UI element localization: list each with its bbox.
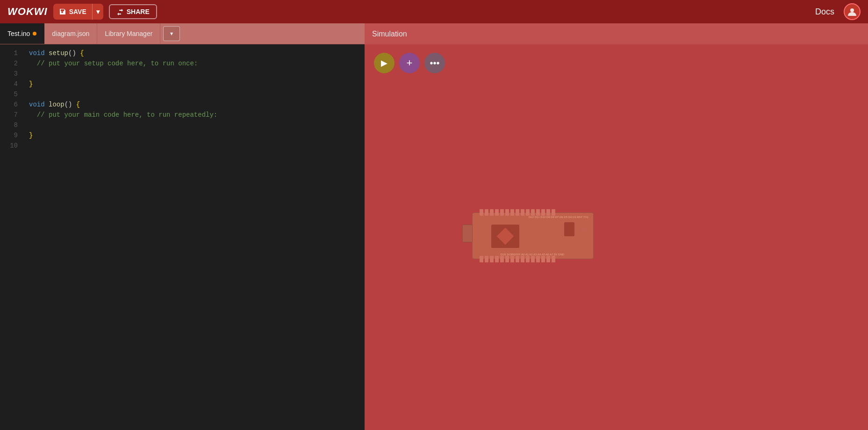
pin [485, 256, 488, 262]
tab-test-ino[interactable]: Test.ino [0, 23, 44, 44]
pin [495, 256, 499, 262]
simulation-label: Simulation [372, 30, 407, 38]
save-button[interactable]: SAVE [53, 4, 92, 20]
pin [546, 209, 550, 216]
navbar: WOKWI SAVE ▾ SHARE Docs [0, 0, 868, 23]
usb-connector [462, 225, 473, 242]
board-label-bottom: D19 3V3REFFF A0 A1 A2 A3 A4 A5 A6 A7 5V … [501, 253, 564, 256]
pin [480, 256, 483, 262]
pin [510, 256, 514, 262]
main-chip [491, 225, 519, 248]
main-layout: Test.ino diagram.json Library Manager ▾ … [0, 23, 868, 430]
plus-icon: + [407, 57, 413, 69]
simulation-toolbar: ▶ + ••• [365, 44, 868, 82]
docs-link[interactable]: Docs [815, 7, 834, 17]
pin [505, 209, 509, 216]
pin [531, 256, 535, 262]
line-numbers: 1 2 3 4 5 6 7 8 9 10 [0, 44, 23, 430]
tab-dropdown-button[interactable]: ▾ [163, 26, 180, 41]
tab-diagram-json-label: diagram.json [52, 30, 89, 37]
pin [500, 209, 504, 216]
pin [480, 209, 483, 216]
chip-diamond [497, 228, 514, 245]
play-icon: ▶ [381, 58, 387, 68]
pin [516, 256, 519, 262]
save-dropdown-button[interactable]: ▾ [92, 4, 103, 20]
board-label-right: RST TX1 [577, 216, 588, 219]
svg-point-0 [850, 8, 854, 12]
chevron-down-icon: ▾ [169, 29, 174, 38]
tab-bar: Test.ino diagram.json Library Manager ▾ [0, 23, 365, 44]
nav-right: Docs [815, 3, 861, 20]
pin [552, 256, 555, 262]
code-editor[interactable]: 1 2 3 4 5 6 7 8 9 10 void setup() { // p… [0, 44, 365, 430]
avatar-icon [847, 7, 857, 17]
tab-library-manager[interactable]: Library Manager [97, 23, 160, 44]
add-component-button[interactable]: + [399, 53, 420, 73]
tab-test-ino-label: Test.ino [7, 30, 30, 37]
pin [495, 209, 499, 216]
pin [531, 209, 535, 216]
pin [510, 209, 514, 216]
pin [490, 209, 494, 216]
board-label-top: D12 D11 D10 D9 D8 D7 D6 D5 D4 D3 [529, 216, 576, 219]
pin [541, 209, 545, 216]
pin [490, 256, 494, 262]
pin [536, 256, 540, 262]
editor-panel: Test.ino diagram.json Library Manager ▾ … [0, 23, 365, 430]
pin-row-top [480, 209, 586, 216]
save-icon [59, 8, 66, 15]
code-content[interactable]: void setup() { // put your setup code he… [23, 44, 365, 430]
more-options-button[interactable]: ••• [424, 53, 445, 73]
pin [485, 209, 488, 216]
arduino-board[interactable]: D12 D11 D10 D9 D8 D7 D6 D5 D4 D3 D19 3V3… [472, 212, 594, 259]
tab-diagram-json[interactable]: diagram.json [44, 23, 97, 44]
wokwi-logo: WOKWI [7, 6, 48, 18]
pin-row-bottom [480, 256, 586, 262]
pin [521, 209, 524, 216]
share-label: SHARE [127, 8, 150, 15]
pin [536, 209, 540, 216]
reset-button-board [581, 228, 586, 233]
pin [526, 256, 530, 262]
board-body: D12 D11 D10 D9 D8 D7 D6 D5 D4 D3 D19 3V3… [472, 212, 594, 259]
pin [500, 256, 504, 262]
pin [521, 256, 524, 262]
tab-library-manager-label: Library Manager [105, 30, 152, 37]
pin [516, 209, 519, 216]
pin [546, 256, 550, 262]
avatar[interactable] [844, 3, 861, 20]
share-button[interactable]: SHARE [109, 4, 157, 19]
pin [552, 209, 555, 216]
share-icon [116, 8, 124, 15]
small-chip [564, 222, 574, 236]
simulation-panel: Simulation ▶ + ••• [365, 23, 868, 430]
tab-modified-indicator [33, 32, 36, 35]
pin [505, 256, 509, 262]
simulation-canvas[interactable]: D12 D11 D10 D9 D8 D7 D6 D5 D4 D3 D19 3V3… [365, 82, 868, 430]
simulation-header: Simulation [365, 23, 868, 44]
pin [541, 256, 545, 262]
play-button[interactable]: ▶ [374, 53, 395, 73]
pin [526, 209, 530, 216]
ellipsis-icon: ••• [430, 58, 439, 69]
save-label: SAVE [69, 8, 86, 15]
